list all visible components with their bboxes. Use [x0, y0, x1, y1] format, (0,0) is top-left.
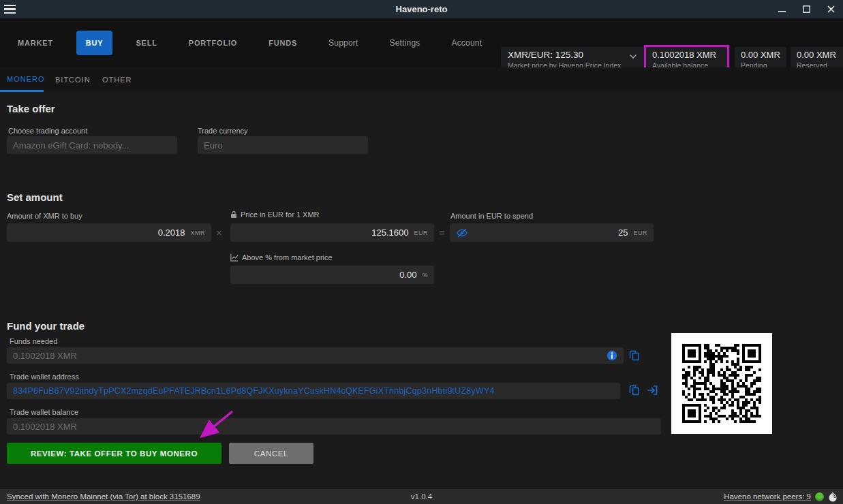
maximize-icon[interactable]: [794, 0, 818, 18]
spend-value: 25: [618, 227, 628, 238]
info-icon[interactable]: [607, 350, 617, 361]
trade-currency-label: Trade currency: [198, 127, 248, 135]
multiply-sign: ×: [216, 227, 222, 238]
chart-icon: [230, 253, 239, 262]
price-input[interactable]: 125.1600 EUR: [230, 223, 434, 242]
review-take-offer-button[interactable]: REVIEW: TAKE OFFER TO BUY MONERO: [7, 443, 221, 464]
set-amount-title: Set amount: [7, 191, 63, 203]
spend-input[interactable]: 25 EUR: [450, 223, 654, 242]
funds-needed-label: Funds needed: [10, 337, 57, 345]
wallet-balance-label: Trade wallet balance: [10, 408, 78, 416]
take-offer-title: Take offer: [7, 103, 55, 114]
amount-value: 0.2018: [158, 227, 185, 238]
currency-tabstrip: MONERO BITCOIN OTHER: [0, 67, 843, 92]
qr-code: [671, 333, 772, 434]
nav-item-funds[interactable]: FUNDS: [260, 33, 305, 52]
tab-monero[interactable]: MONERO: [0, 67, 44, 92]
nav-item-settings[interactable]: Settings: [382, 33, 429, 53]
sync-status-link[interactable]: Synced with Monero Mainnet (via Tor) at …: [7, 492, 200, 501]
available-balance-value: 0.1002018 XMR: [652, 50, 721, 60]
nav-item-account[interactable]: Account: [443, 33, 490, 53]
lock-icon: [230, 210, 237, 219]
cancel-button[interactable]: CANCEL: [229, 443, 313, 464]
eye-off-icon[interactable]: [456, 227, 468, 238]
nav-item-sell[interactable]: SELL: [127, 33, 165, 52]
fund-trade-title: Fund your trade: [7, 320, 85, 332]
send-to-wallet-icon[interactable]: [646, 384, 658, 396]
deviation-suffix: %: [422, 272, 428, 279]
trade-currency-field: Euro: [198, 136, 368, 154]
copy-funds-icon[interactable]: [628, 349, 641, 362]
connection-status-icon: [815, 492, 824, 501]
nav-item-market[interactable]: MARKET: [10, 33, 61, 52]
wallet-address-field[interactable]: 834P6FuB67V92ithdyTpPCX2mzqdEuPFATEJRBcn…: [7, 383, 620, 399]
deviation-input[interactable]: 0.00 %: [230, 266, 434, 284]
network-peers-link[interactable]: Haveno network peers: 9: [724, 492, 811, 501]
spend-suffix: EUR: [633, 230, 647, 236]
amount-label: Amount of XMR to buy: [7, 212, 82, 220]
trading-account-label: Choose trading account: [8, 127, 87, 135]
price-suffix: EUR: [414, 230, 428, 236]
spend-label: Amount in EUR to spend: [450, 212, 533, 220]
market-price-pair: XMR/EUR: 125.30: [508, 50, 637, 60]
funds-needed-field: 0.1002018 XMR: [7, 347, 624, 364]
hamburger-menu-icon[interactable]: [0, 0, 23, 18]
amount-suffix: XMR: [191, 230, 206, 236]
app-version: v1.0.4: [411, 492, 432, 501]
reserved-balance-value: 0.00 XMR: [797, 50, 837, 60]
wallet-address-label: Trade wallet address: [10, 373, 79, 381]
wallet-address-value: 834P6FuB67V92ithdyTpPCX2mzqdEuPFATEJRBcn…: [13, 386, 495, 396]
deviation-label: Above % from market price: [230, 253, 333, 262]
nav-item-buy[interactable]: BUY: [76, 31, 113, 55]
pending-balance-value: 0.00 XMR: [741, 50, 780, 60]
tor-onion-icon: [828, 491, 838, 503]
copy-address-icon[interactable]: [628, 384, 641, 396]
nav-item-portfolio[interactable]: PORTFOLIO: [181, 33, 245, 52]
price-value: 125.1600: [371, 227, 408, 238]
tab-bitcoin[interactable]: BITCOIN: [48, 67, 97, 92]
nav-item-support[interactable]: Support: [320, 33, 366, 53]
minimize-icon[interactable]: [769, 0, 794, 18]
status-bar: Synced with Monero Mainnet (via Tor) at …: [0, 489, 843, 504]
amount-input[interactable]: 0.2018 XMR: [7, 223, 211, 242]
equals-sign: =: [439, 227, 445, 238]
window-title: Haveno-reto: [0, 4, 843, 14]
title-bar: Haveno-reto: [0, 0, 843, 18]
close-icon[interactable]: [818, 0, 843, 18]
price-label: Price in EUR for 1 XMR: [230, 210, 320, 219]
chevron-down-icon: [629, 54, 637, 59]
main-navbar: MARKET BUY SELL PORTFOLIO FUNDS Support …: [0, 18, 843, 67]
deviation-value: 0.00: [399, 270, 416, 280]
wallet-balance-field: 0.1002018 XMR: [7, 418, 661, 435]
trading-account-field: Amazon eGift Card: nobody...: [7, 136, 177, 154]
qr-code-pattern: [682, 344, 761, 423]
tab-other[interactable]: OTHER: [95, 67, 139, 92]
